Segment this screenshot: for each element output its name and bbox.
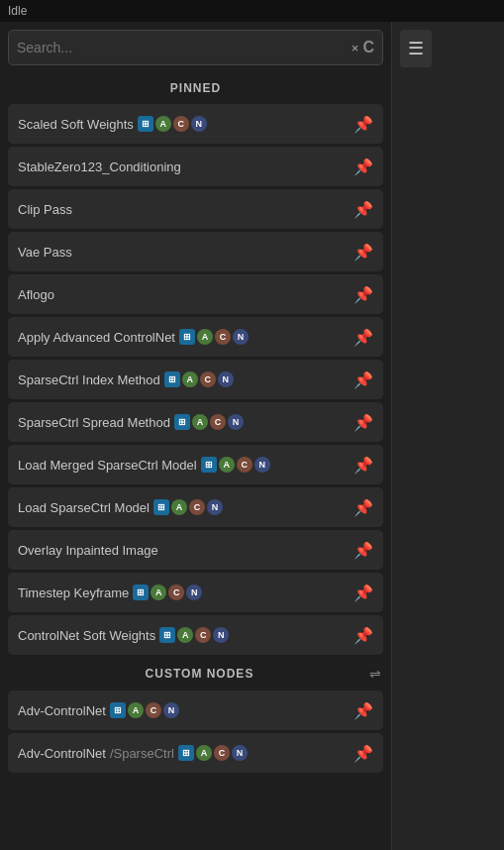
list-item-left: Clip Pass [18, 202, 348, 217]
custom-nodes-label: CUSTOM NODES [30, 667, 369, 681]
list-item-left: StableZero123_Conditioning [18, 159, 348, 174]
badge-n: N [218, 372, 234, 387]
badges-group: ⊞ACN [110, 702, 179, 718]
list-item[interactable]: Apply Advanced ControlNet ⊞ACN 📌 [8, 317, 383, 357]
list-item[interactable]: Overlay Inpainted Image 📌 [8, 530, 383, 570]
list-item[interactable]: Load Merged SparseCtrl Model ⊞ACN 📌 [8, 445, 383, 484]
badge-img: ⊞ [110, 702, 126, 718]
badges-group: ⊞ACN [201, 457, 270, 473]
badge-a: A [171, 499, 187, 515]
badge-n: N [213, 627, 229, 643]
badge-n: N [254, 457, 270, 473]
list-item[interactable]: SparseCtrl Index Method ⊞ACN 📌 [8, 360, 383, 399]
item-label: SparseCtrl Index Method [18, 372, 160, 387]
list-item[interactable]: Clip Pass 📌 [8, 189, 383, 229]
badge-c: C [173, 116, 189, 132]
pin-icon[interactable]: 📌 [353, 158, 373, 176]
badge-a: A [192, 414, 208, 430]
badge-a: A [219, 457, 235, 473]
item-label: StableZero123_Conditioning [18, 159, 181, 174]
badge-n: N [163, 702, 179, 718]
badge-c: C [214, 745, 230, 761]
pin-icon[interactable]: 📌 [353, 541, 373, 560]
badges-group: ⊞ACN [133, 584, 202, 600]
badge-c: C [189, 499, 205, 515]
list-item[interactable]: Vae Pass 📌 [8, 232, 383, 271]
search-loader-indicator: C [362, 39, 374, 56]
badges-group: ⊞ACN [179, 329, 249, 345]
badge-c: C [200, 372, 216, 387]
item-label: Load SparseCtrl Model [18, 500, 150, 515]
list-item[interactable]: Scaled Soft Weights ⊞ACN 📌 [8, 104, 383, 144]
list-item[interactable]: Load SparseCtrl Model ⊞ACN 📌 [8, 487, 383, 527]
pin-icon[interactable]: 📌 [353, 115, 373, 134]
pin-icon[interactable]: 📌 [353, 243, 373, 262]
pin-icon[interactable]: 📌 [353, 371, 373, 389]
badge-c: C [168, 584, 184, 600]
item-label: Timestep Keyframe [18, 585, 129, 600]
badge-n: N [232, 745, 248, 761]
list-item-left: SparseCtrl Spread Method ⊞ACN [18, 414, 348, 430]
search-input[interactable] [17, 40, 352, 55]
list-item[interactable]: Aflogo 📌 [8, 274, 383, 314]
badges-group: ⊞ACN [174, 414, 244, 430]
pin-icon[interactable]: 📌 [353, 200, 373, 219]
badge-c: C [195, 627, 211, 643]
item-label: Scaled Soft Weights [18, 117, 134, 132]
badge-a: A [182, 372, 198, 387]
badge-c: C [146, 702, 161, 718]
badge-img: ⊞ [159, 627, 175, 643]
pin-icon[interactable]: 📌 [353, 626, 373, 645]
badge-img: ⊞ [178, 745, 194, 761]
pin-icon[interactable]: 📌 [353, 328, 373, 347]
list-item[interactable]: Timestep Keyframe ⊞ACN 📌 [8, 573, 383, 612]
item-label: Adv-ControlNet [18, 746, 106, 761]
badge-a: A [128, 702, 144, 718]
badge-img: ⊞ [138, 116, 153, 132]
badge-a: A [151, 584, 166, 600]
pinned-list: Scaled Soft Weights ⊞ACN 📌 StableZero123… [0, 104, 391, 655]
list-item[interactable]: ControlNet Soft Weights ⊞ACN 📌 [8, 615, 383, 655]
badge-img: ⊞ [133, 584, 149, 600]
list-item-left: Aflogo [18, 287, 348, 302]
pin-icon[interactable]: 📌 [353, 744, 373, 763]
list-item-left: SparseCtrl Index Method ⊞ACN [18, 372, 348, 387]
badges-group: ⊞ACN [178, 745, 248, 761]
title-label: Idle [8, 4, 27, 18]
item-label: Adv-ControlNet [18, 703, 106, 718]
badge-a: A [177, 627, 193, 643]
item-label: Aflogo [18, 287, 54, 302]
item-label: Overlay Inpainted Image [18, 543, 158, 558]
item-label: Clip Pass [18, 202, 72, 217]
search-clear-button[interactable]: × [352, 41, 359, 55]
pin-icon[interactable]: 📌 [353, 498, 373, 517]
list-item[interactable]: Adv-ControlNet /SparseCtrl ⊞ACN 📌 [8, 733, 383, 773]
custom-nodes-settings-icon[interactable]: ⇌ [369, 666, 381, 682]
badges-group: ⊞ACN [138, 116, 207, 132]
menu-button[interactable]: ☰ [400, 30, 432, 67]
pin-icon[interactable]: 📌 [353, 584, 373, 602]
badge-n: N [228, 414, 244, 430]
item-label: Load Merged SparseCtrl Model [18, 458, 197, 473]
pin-icon[interactable]: 📌 [353, 701, 373, 720]
badge-img: ⊞ [179, 329, 195, 345]
list-item[interactable]: Adv-ControlNet ⊞ACN 📌 [8, 691, 383, 730]
badge-n: N [207, 499, 223, 515]
badges-group: ⊞ACN [159, 627, 229, 643]
list-item-left: Load SparseCtrl Model ⊞ACN [18, 499, 348, 515]
list-item-left: Timestep Keyframe ⊞ACN [18, 584, 348, 600]
list-item-left: Scaled Soft Weights ⊞ACN [18, 116, 348, 132]
badge-a: A [155, 116, 171, 132]
item-suffix: /SparseCtrl [110, 746, 174, 761]
list-item-left: Adv-ControlNet ⊞ACN [18, 702, 348, 718]
badges-group: ⊞ACN [164, 372, 234, 387]
pin-icon[interactable]: 📌 [353, 413, 373, 432]
list-item[interactable]: StableZero123_Conditioning 📌 [8, 147, 383, 186]
list-item[interactable]: SparseCtrl Spread Method ⊞ACN 📌 [8, 402, 383, 442]
pin-icon[interactable]: 📌 [353, 456, 373, 475]
item-label: Vae Pass [18, 245, 72, 260]
pin-icon[interactable]: 📌 [353, 285, 373, 304]
item-label: ControlNet Soft Weights [18, 628, 155, 643]
list-item-left: Overlay Inpainted Image [18, 543, 348, 558]
badge-img: ⊞ [201, 457, 217, 473]
